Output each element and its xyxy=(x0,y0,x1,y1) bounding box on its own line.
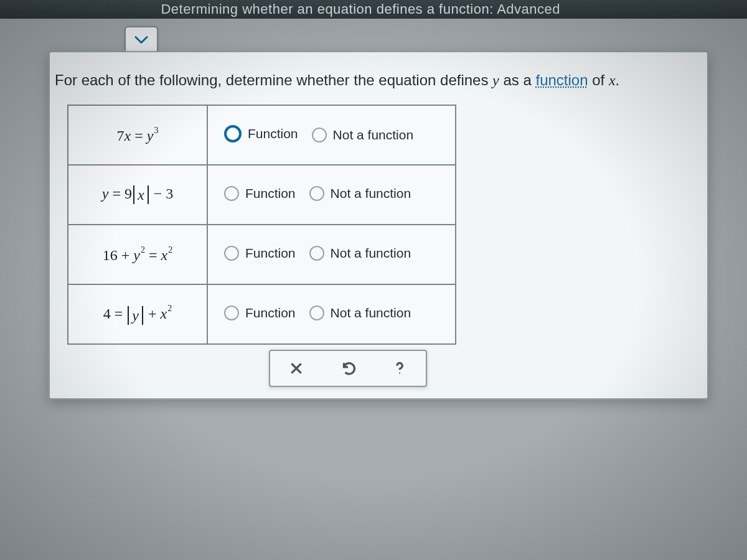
radio-icon xyxy=(224,125,242,142)
close-icon xyxy=(288,360,304,376)
reset-button[interactable] xyxy=(329,355,367,382)
prompt-period: . xyxy=(616,72,620,88)
option-not-function[interactable]: Not a function xyxy=(312,128,414,142)
prompt-text: For each of the following, determine whe… xyxy=(55,70,696,91)
radio-icon xyxy=(224,186,239,201)
help-button[interactable] xyxy=(381,355,418,382)
options-cell: FunctionNot a function xyxy=(207,165,456,225)
options-cell: FunctionNot a function xyxy=(207,105,456,165)
option-function[interactable]: Function xyxy=(224,186,296,201)
equation-cell: y = 9x − 3 xyxy=(68,165,207,225)
equation-expression: 4 = y + x2 xyxy=(103,304,172,324)
radio-icon xyxy=(309,246,324,261)
prompt-mid: as a xyxy=(499,72,536,88)
options-cell: FunctionNot a function xyxy=(207,284,456,344)
option-not-function-label: Not a function xyxy=(333,128,414,142)
question-icon xyxy=(392,360,408,376)
option-not-function-label: Not a function xyxy=(331,246,411,261)
prompt-var-x: x xyxy=(609,72,616,88)
prompt-var-y: y xyxy=(492,72,499,88)
function-definition-link[interactable]: function xyxy=(535,72,588,88)
equation-cell: 4 = y + x2 xyxy=(68,284,207,344)
lesson-title-text: Determining whether an equation defines … xyxy=(161,1,560,17)
option-not-function[interactable]: Not a function xyxy=(309,306,411,320)
option-function-label: Function xyxy=(248,126,298,141)
chevron-down-icon xyxy=(134,35,148,44)
table-row: y = 9x − 3FunctionNot a function xyxy=(68,165,456,225)
undo-icon xyxy=(340,360,356,376)
collapse-toggle[interactable] xyxy=(125,26,158,54)
radio-icon xyxy=(309,186,324,201)
option-not-function[interactable]: Not a function xyxy=(309,246,411,261)
option-function[interactable]: Function xyxy=(224,306,296,320)
svg-point-0 xyxy=(399,373,400,374)
radio-icon xyxy=(312,128,327,142)
prompt-lead: For each of the following, determine whe… xyxy=(55,72,492,88)
table-row: 7x = y3FunctionNot a function xyxy=(68,105,456,165)
option-function-label: Function xyxy=(245,186,296,201)
option-not-function-label: Not a function xyxy=(331,306,411,320)
equation-cell: 7x = y3 xyxy=(68,105,207,165)
option-function-label: Function xyxy=(245,306,296,320)
table-row: 4 = y + x2FunctionNot a function xyxy=(68,284,456,344)
lesson-title-bar: Determining whether an equation defines … xyxy=(0,0,747,19)
option-not-function[interactable]: Not a function xyxy=(309,186,411,201)
radio-icon xyxy=(309,306,324,320)
option-function[interactable]: Function xyxy=(224,246,296,261)
options-cell: FunctionNot a function xyxy=(207,225,456,284)
radio-icon xyxy=(224,306,239,320)
option-function[interactable]: Function xyxy=(224,125,298,142)
table-row: 16 + y2 = x2FunctionNot a function xyxy=(68,225,456,284)
equation-expression: 7x = y3 xyxy=(117,126,159,144)
equations-table: 7x = y3FunctionNot a functiony = 9x − 3F… xyxy=(67,105,456,345)
option-function-label: Function xyxy=(245,246,296,261)
option-not-function-label: Not a function xyxy=(331,186,411,201)
equation-cell: 16 + y2 = x2 xyxy=(68,225,207,284)
equation-expression: y = 9x − 3 xyxy=(102,185,173,204)
action-bar xyxy=(269,350,427,387)
clear-button[interactable] xyxy=(278,355,315,382)
radio-icon xyxy=(224,246,239,261)
equation-expression: 16 + y2 = x2 xyxy=(103,245,172,264)
prompt-tail: of xyxy=(588,72,609,88)
